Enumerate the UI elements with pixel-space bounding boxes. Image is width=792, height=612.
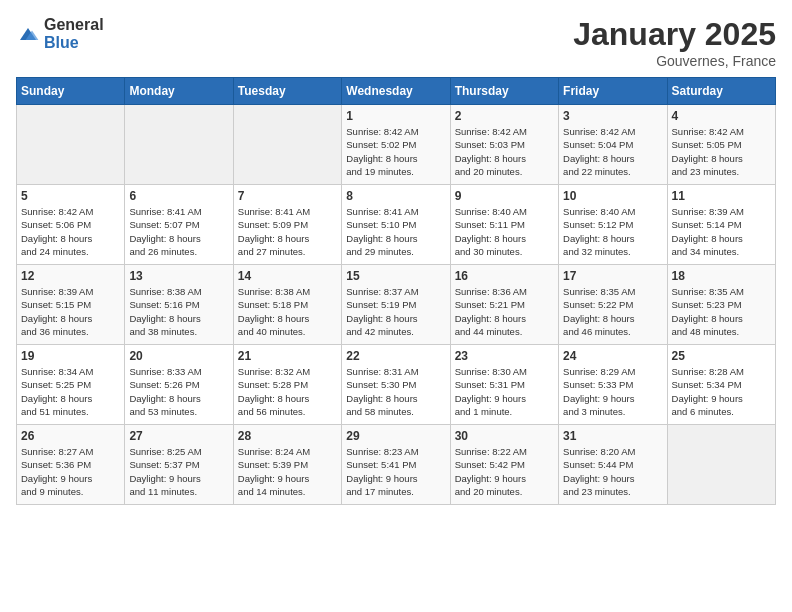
weekday-header: Thursday [450, 78, 558, 105]
day-number: 20 [129, 349, 228, 363]
day-info: Sunrise: 8:39 AM Sunset: 5:14 PM Dayligh… [672, 205, 771, 258]
weekday-header: Monday [125, 78, 233, 105]
day-number: 11 [672, 189, 771, 203]
weekday-header: Sunday [17, 78, 125, 105]
calendar-cell: 19Sunrise: 8:34 AM Sunset: 5:25 PM Dayli… [17, 345, 125, 425]
weekday-header: Friday [559, 78, 667, 105]
day-number: 30 [455, 429, 554, 443]
calendar-cell: 20Sunrise: 8:33 AM Sunset: 5:26 PM Dayli… [125, 345, 233, 425]
day-info: Sunrise: 8:36 AM Sunset: 5:21 PM Dayligh… [455, 285, 554, 338]
calendar-cell: 9Sunrise: 8:40 AM Sunset: 5:11 PM Daylig… [450, 185, 558, 265]
calendar-cell: 7Sunrise: 8:41 AM Sunset: 5:09 PM Daylig… [233, 185, 341, 265]
day-number: 23 [455, 349, 554, 363]
day-number: 12 [21, 269, 120, 283]
calendar-cell: 28Sunrise: 8:24 AM Sunset: 5:39 PM Dayli… [233, 425, 341, 505]
day-info: Sunrise: 8:41 AM Sunset: 5:07 PM Dayligh… [129, 205, 228, 258]
logo-icon [16, 24, 40, 44]
calendar-cell: 27Sunrise: 8:25 AM Sunset: 5:37 PM Dayli… [125, 425, 233, 505]
logo: General Blue [16, 16, 104, 52]
day-number: 29 [346, 429, 445, 443]
calendar-cell: 12Sunrise: 8:39 AM Sunset: 5:15 PM Dayli… [17, 265, 125, 345]
calendar-cell: 5Sunrise: 8:42 AM Sunset: 5:06 PM Daylig… [17, 185, 125, 265]
day-number: 21 [238, 349, 337, 363]
day-info: Sunrise: 8:41 AM Sunset: 5:09 PM Dayligh… [238, 205, 337, 258]
day-info: Sunrise: 8:22 AM Sunset: 5:42 PM Dayligh… [455, 445, 554, 498]
day-info: Sunrise: 8:23 AM Sunset: 5:41 PM Dayligh… [346, 445, 445, 498]
calendar-cell: 15Sunrise: 8:37 AM Sunset: 5:19 PM Dayli… [342, 265, 450, 345]
day-info: Sunrise: 8:42 AM Sunset: 5:04 PM Dayligh… [563, 125, 662, 178]
calendar-cell [125, 105, 233, 185]
day-number: 31 [563, 429, 662, 443]
day-number: 15 [346, 269, 445, 283]
day-number: 16 [455, 269, 554, 283]
calendar-cell: 1Sunrise: 8:42 AM Sunset: 5:02 PM Daylig… [342, 105, 450, 185]
calendar-cell: 21Sunrise: 8:32 AM Sunset: 5:28 PM Dayli… [233, 345, 341, 425]
calendar-cell [17, 105, 125, 185]
day-info: Sunrise: 8:35 AM Sunset: 5:22 PM Dayligh… [563, 285, 662, 338]
calendar-week-row: 5Sunrise: 8:42 AM Sunset: 5:06 PM Daylig… [17, 185, 776, 265]
calendar-cell: 22Sunrise: 8:31 AM Sunset: 5:30 PM Dayli… [342, 345, 450, 425]
day-info: Sunrise: 8:40 AM Sunset: 5:12 PM Dayligh… [563, 205, 662, 258]
day-info: Sunrise: 8:42 AM Sunset: 5:05 PM Dayligh… [672, 125, 771, 178]
day-info: Sunrise: 8:28 AM Sunset: 5:34 PM Dayligh… [672, 365, 771, 418]
calendar-cell: 14Sunrise: 8:38 AM Sunset: 5:18 PM Dayli… [233, 265, 341, 345]
day-info: Sunrise: 8:35 AM Sunset: 5:23 PM Dayligh… [672, 285, 771, 338]
day-number: 17 [563, 269, 662, 283]
day-number: 14 [238, 269, 337, 283]
day-number: 28 [238, 429, 337, 443]
calendar-cell: 4Sunrise: 8:42 AM Sunset: 5:05 PM Daylig… [667, 105, 775, 185]
calendar-cell: 2Sunrise: 8:42 AM Sunset: 5:03 PM Daylig… [450, 105, 558, 185]
day-number: 13 [129, 269, 228, 283]
title-block: January 2025 Gouvernes, France [573, 16, 776, 69]
day-info: Sunrise: 8:40 AM Sunset: 5:11 PM Dayligh… [455, 205, 554, 258]
calendar-cell: 26Sunrise: 8:27 AM Sunset: 5:36 PM Dayli… [17, 425, 125, 505]
calendar-cell: 3Sunrise: 8:42 AM Sunset: 5:04 PM Daylig… [559, 105, 667, 185]
day-number: 3 [563, 109, 662, 123]
calendar-cell: 8Sunrise: 8:41 AM Sunset: 5:10 PM Daylig… [342, 185, 450, 265]
calendar-cell: 30Sunrise: 8:22 AM Sunset: 5:42 PM Dayli… [450, 425, 558, 505]
calendar-week-row: 1Sunrise: 8:42 AM Sunset: 5:02 PM Daylig… [17, 105, 776, 185]
day-number: 1 [346, 109, 445, 123]
day-number: 4 [672, 109, 771, 123]
day-info: Sunrise: 8:41 AM Sunset: 5:10 PM Dayligh… [346, 205, 445, 258]
day-info: Sunrise: 8:30 AM Sunset: 5:31 PM Dayligh… [455, 365, 554, 418]
calendar-cell: 29Sunrise: 8:23 AM Sunset: 5:41 PM Dayli… [342, 425, 450, 505]
day-info: Sunrise: 8:38 AM Sunset: 5:18 PM Dayligh… [238, 285, 337, 338]
calendar-cell [233, 105, 341, 185]
day-number: 27 [129, 429, 228, 443]
day-number: 25 [672, 349, 771, 363]
calendar-subtitle: Gouvernes, France [573, 53, 776, 69]
calendar-cell: 25Sunrise: 8:28 AM Sunset: 5:34 PM Dayli… [667, 345, 775, 425]
day-info: Sunrise: 8:42 AM Sunset: 5:06 PM Dayligh… [21, 205, 120, 258]
day-number: 10 [563, 189, 662, 203]
day-info: Sunrise: 8:25 AM Sunset: 5:37 PM Dayligh… [129, 445, 228, 498]
calendar-cell: 10Sunrise: 8:40 AM Sunset: 5:12 PM Dayli… [559, 185, 667, 265]
day-number: 8 [346, 189, 445, 203]
day-number: 26 [21, 429, 120, 443]
day-info: Sunrise: 8:38 AM Sunset: 5:16 PM Dayligh… [129, 285, 228, 338]
weekday-header: Wednesday [342, 78, 450, 105]
day-number: 22 [346, 349, 445, 363]
day-info: Sunrise: 8:27 AM Sunset: 5:36 PM Dayligh… [21, 445, 120, 498]
logo-general: General [44, 16, 104, 33]
calendar-cell: 6Sunrise: 8:41 AM Sunset: 5:07 PM Daylig… [125, 185, 233, 265]
calendar-cell: 16Sunrise: 8:36 AM Sunset: 5:21 PM Dayli… [450, 265, 558, 345]
day-info: Sunrise: 8:42 AM Sunset: 5:02 PM Dayligh… [346, 125, 445, 178]
day-info: Sunrise: 8:32 AM Sunset: 5:28 PM Dayligh… [238, 365, 337, 418]
calendar-cell: 17Sunrise: 8:35 AM Sunset: 5:22 PM Dayli… [559, 265, 667, 345]
weekday-header: Tuesday [233, 78, 341, 105]
calendar-week-row: 19Sunrise: 8:34 AM Sunset: 5:25 PM Dayli… [17, 345, 776, 425]
weekday-header-row: SundayMondayTuesdayWednesdayThursdayFrid… [17, 78, 776, 105]
day-number: 18 [672, 269, 771, 283]
calendar-cell: 31Sunrise: 8:20 AM Sunset: 5:44 PM Dayli… [559, 425, 667, 505]
day-info: Sunrise: 8:24 AM Sunset: 5:39 PM Dayligh… [238, 445, 337, 498]
day-number: 9 [455, 189, 554, 203]
day-info: Sunrise: 8:37 AM Sunset: 5:19 PM Dayligh… [346, 285, 445, 338]
calendar-cell: 23Sunrise: 8:30 AM Sunset: 5:31 PM Dayli… [450, 345, 558, 425]
day-info: Sunrise: 8:29 AM Sunset: 5:33 PM Dayligh… [563, 365, 662, 418]
calendar-cell: 13Sunrise: 8:38 AM Sunset: 5:16 PM Dayli… [125, 265, 233, 345]
day-info: Sunrise: 8:34 AM Sunset: 5:25 PM Dayligh… [21, 365, 120, 418]
day-info: Sunrise: 8:20 AM Sunset: 5:44 PM Dayligh… [563, 445, 662, 498]
calendar-week-row: 12Sunrise: 8:39 AM Sunset: 5:15 PM Dayli… [17, 265, 776, 345]
day-number: 19 [21, 349, 120, 363]
